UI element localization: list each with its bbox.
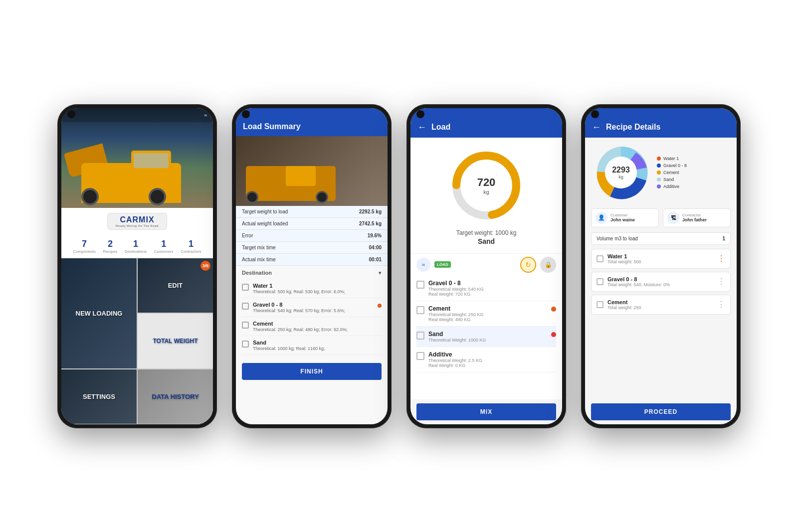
- recipe-checkbox-2[interactable]: [597, 301, 603, 308]
- data-history-button[interactable]: DATA HISTORY: [138, 369, 213, 424]
- load-checkbox-2[interactable]: [242, 322, 249, 329]
- phone-4-back-icon[interactable]: ←: [592, 122, 601, 133]
- load-list-info-3: Additive Theoretical Weight: 2.5 KG Real…: [428, 351, 556, 368]
- load-list-checkbox-0[interactable]: [416, 281, 424, 289]
- summary-row-0: Target weight to load 2292.5 kg: [236, 206, 388, 218]
- customer-card: 👤 Customer John waine: [591, 208, 659, 227]
- customer-icon: 👤: [596, 212, 607, 224]
- new-loading-label: NEW LOADING: [76, 310, 123, 317]
- target-weight-text: Target weight: 1000 kg: [456, 229, 517, 236]
- edit-label: EDIT: [168, 282, 183, 289]
- load-list-detail2-3: Real Weight: 0 KG: [428, 363, 556, 368]
- back-arrow-icon[interactable]: ←: [417, 122, 426, 133]
- pie-legend: Water 1 Gravel 0 - 8 Cement Sand: [657, 143, 687, 202]
- load-item-1: Gravel 0 - 8 Theoretical: 540 kg; Real: …: [242, 298, 382, 317]
- load-list-checkbox-3[interactable]: [416, 352, 424, 360]
- summary-label-1: Actual weight loaded: [242, 221, 288, 226]
- phone-2-title: Load Summary: [243, 122, 381, 131]
- carmix-logo: CARMIX Ready Mixing On The Road: [107, 213, 167, 230]
- phone-2: Load Summary Target weight to load 2292.…: [232, 104, 392, 428]
- contractor-card: 🏗 Contractor John father: [663, 208, 731, 227]
- recipe-item-dots-0[interactable]: ⋮: [717, 254, 725, 263]
- phone-2-notch: [242, 110, 250, 118]
- logo-subtitle: Ready Mixing On The Road: [116, 224, 159, 227]
- summary-value-3: 04:00: [369, 245, 382, 250]
- mix-button[interactable]: MIX: [416, 403, 556, 420]
- chevron-down-icon: ▾: [379, 270, 382, 276]
- main-grid: NEW LOADING EDIT 3/6 TOTAL WEIGHT SETTIN…: [61, 258, 213, 424]
- load-name-1: Gravel 0 - 8: [253, 302, 374, 308]
- load-info-0: Water 1 Theoretical: 500 kg; Real: 530 k…: [253, 283, 382, 294]
- summary-row-3: Target mix time 04:00: [236, 242, 388, 254]
- load-badge: LOAD: [434, 261, 451, 268]
- refresh-icon-button[interactable]: ↻: [520, 257, 536, 273]
- recipe-item-detail-2: Total weight: 250: [607, 305, 713, 310]
- load-list: Gravel 0 - 8 Theoretical Weight: 540 KG …: [410, 276, 562, 399]
- settings-button[interactable]: SETTINGS: [61, 369, 137, 424]
- edit-button[interactable]: EDIT 3/6: [138, 258, 213, 313]
- load-indicator-1: [378, 304, 382, 308]
- lock-icon-button[interactable]: 🔒: [540, 257, 556, 273]
- phone-3: ← Load 720 kg Target weig: [406, 104, 566, 428]
- load-list-item-2: Sand Theoretical Weight: 1000 KG: [416, 327, 556, 347]
- legend-text-water: Water 1: [663, 156, 679, 161]
- load-list-detail1-1: Theoretical Weight: 250 KG: [428, 312, 547, 317]
- load-checkbox-1[interactable]: [242, 303, 249, 310]
- phone-3-toolbar: ≈ LOAD ↻ 🔒: [410, 253, 562, 276]
- legend-dot-cement: [657, 171, 661, 175]
- load-item-3: Sand Theoretical: 1000 kg; Real: 1160 kg…: [242, 336, 382, 355]
- customer-name: John waine: [610, 217, 635, 222]
- total-weight-button[interactable]: TOTAL WEIGHT: [138, 314, 213, 368]
- summary-label-2: Error: [242, 233, 253, 238]
- volume-row: Volume m3 to load 1: [591, 232, 731, 245]
- hero-loader: [66, 138, 208, 203]
- wifi-icon: ≈: [204, 112, 207, 118]
- load-info-1: Gravel 0 - 8 Theoretical: 540 kg; Real: …: [253, 302, 374, 313]
- phone-4-header: ← Recipe Details: [585, 108, 737, 138]
- legend-cement: Cement: [657, 170, 687, 175]
- load-checkbox-3[interactable]: [242, 341, 249, 348]
- recipe-item-name-2: Cement: [607, 299, 713, 305]
- phone-1: ● ≈ CARMIX Ready Mixing On The Road 7 Co…: [57, 104, 217, 428]
- donut-center: 720 kg: [477, 176, 496, 195]
- wheel-right: [149, 188, 166, 205]
- legend-text-sand: Sand: [663, 177, 674, 182]
- contractor-icon: 🏗: [667, 212, 679, 224]
- phone-1-notch: [67, 110, 75, 118]
- recipe-item-dots-1[interactable]: ⋮: [717, 277, 725, 286]
- recipe-checkbox-1[interactable]: [597, 278, 603, 285]
- wifi-toolbar-icon: ≈: [416, 258, 430, 272]
- load-list-checkbox-2[interactable]: [416, 332, 424, 340]
- summary-row-2: Error 19.6%: [236, 230, 388, 242]
- recipe-item-info-1: Gravel 0 - 8 Total weight: 540; Moisture…: [607, 276, 713, 287]
- legend-dot-additive: [657, 184, 661, 188]
- finish-button[interactable]: FINISH: [242, 363, 382, 380]
- proceed-button[interactable]: PROCEED: [591, 403, 731, 420]
- phone-3-title: Load: [431, 123, 450, 132]
- volume-label: Volume m3 to load: [597, 236, 638, 241]
- load-item-2: Cement Theoretical: 250 kg; Real: 480 kg…: [242, 317, 382, 336]
- total-weight-label: TOTAL WEIGHT: [153, 338, 198, 345]
- load-dot-1: [551, 307, 556, 312]
- hero-status-bar: ● ≈: [61, 108, 213, 122]
- load-list-checkbox-1[interactable]: [416, 306, 424, 314]
- load-list-detail1-3: Theoretical Weight: 2.5 KG: [428, 358, 556, 363]
- stat-components-label: Components: [73, 249, 95, 254]
- phone-3-notch: [416, 110, 424, 118]
- load-info-2: Cement Theoretical: 250 kg; Real: 480 kg…: [253, 321, 382, 332]
- contractor-role-label: Contractor: [682, 213, 707, 217]
- volume-value: 1: [722, 236, 725, 241]
- donut-section: 720 kg Target weight: 1000 kg Sand: [410, 138, 562, 253]
- summary-label-3: Target mix time: [242, 245, 276, 250]
- recipe-checkbox-0[interactable]: [597, 255, 603, 262]
- customer-contractor-row: 👤 Customer John waine 🏗 Contractor John …: [591, 208, 731, 227]
- legend-dot-water: [657, 157, 661, 161]
- recipe-item-dots-2[interactable]: ⋮: [717, 300, 725, 309]
- load-list-item-3: Additive Theoretical Weight: 2.5 KG Real…: [416, 347, 556, 372]
- load-checkbox-0[interactable]: [242, 284, 249, 291]
- logo-section: CARMIX Ready Mixing On The Road: [61, 208, 213, 235]
- stat-contractors: 1 Contractors: [181, 239, 201, 254]
- new-loading-button[interactable]: NEW LOADING: [61, 258, 137, 368]
- stat-recipes-label: Recipes: [103, 249, 117, 254]
- stat-destinations-num: 1: [125, 239, 147, 249]
